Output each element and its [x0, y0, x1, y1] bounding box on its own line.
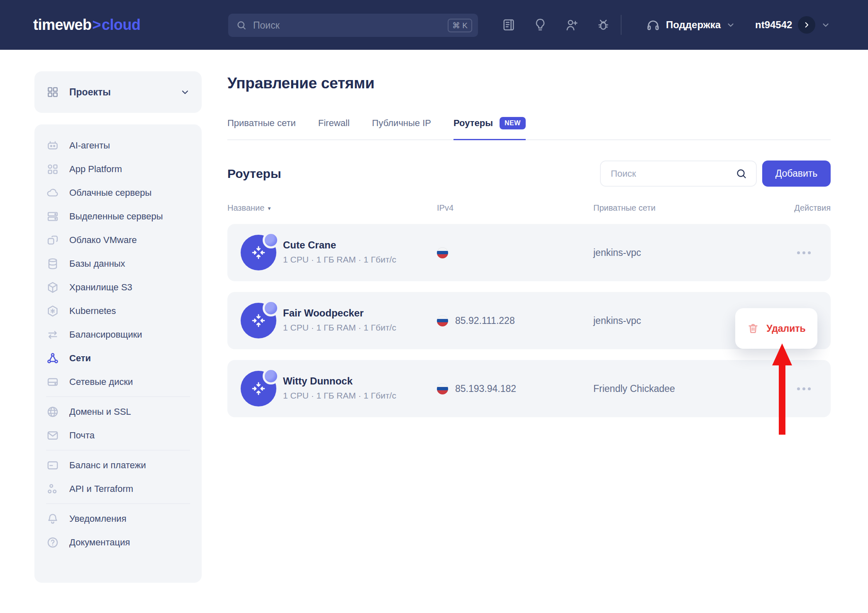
router-ip: 85.92.111.228	[455, 315, 515, 326]
tab-private-networks[interactable]: Приватные сети	[227, 107, 296, 139]
sidebar-item-ai-agents[interactable]: AI-агенты	[34, 134, 202, 157]
sidebar-item-label: AI-агенты	[69, 140, 110, 151]
support-menu[interactable]: Поддержка	[646, 0, 735, 50]
tab-label: Роутеры	[454, 118, 493, 129]
header-divider	[621, 15, 622, 35]
annotation-arrow	[767, 341, 797, 437]
page-title: Управление сетями	[227, 75, 374, 92]
avatar-status-bubble	[263, 232, 279, 248]
projects-selector[interactable]: Проекты	[34, 71, 202, 113]
sidebar-item-label: Документация	[69, 537, 130, 548]
account-menu[interactable]: nt94542	[755, 0, 830, 50]
sidebar-item-dedicated-servers[interactable]: Выделенные серверы	[34, 204, 202, 228]
router-ipv4-cell	[437, 224, 455, 281]
ideas-lightbulb-icon[interactable]	[533, 17, 548, 32]
logo[interactable]: timeweb>cloud	[33, 0, 141, 50]
credit-card-icon	[46, 459, 59, 472]
russia-flag-icon	[437, 315, 448, 326]
sidebar-item-label: Базы данных	[69, 258, 125, 269]
column-header-ipv4: IPv4	[437, 203, 454, 213]
sidebar-item-label: Хранилище S3	[69, 282, 132, 293]
sidebar-item-app-platform[interactable]: App Platform	[34, 157, 202, 181]
row-actions-menu-button[interactable]	[794, 224, 814, 281]
avatar-status-bubble	[263, 300, 279, 316]
router-private-network: Friendly Chickadee	[593, 360, 675, 417]
invite-user-icon[interactable]	[564, 17, 579, 32]
router-row-witty-dunnock[interactable]: Witty Dunnock 1 CPU · 1 ГБ RAM · 1 Гбит/…	[227, 360, 831, 417]
router-specs: 1 CPU · 1 ГБ RAM · 1 Гбит/с	[283, 323, 396, 333]
global-search-input[interactable]: Поиск ⌘ K	[228, 14, 478, 37]
router-ip: 85.193.94.182	[455, 383, 516, 394]
logo-separator: >	[93, 16, 101, 34]
router-row-cute-crane[interactable]: Cute Crane 1 CPU · 1 ГБ RAM · 1 Гбит/с j…	[227, 224, 831, 281]
networks-icon	[46, 352, 59, 365]
tab-routers[interactable]: Роутеры NEW	[454, 107, 526, 139]
avatar-status-bubble	[263, 368, 279, 384]
search-placeholder: Поиск	[253, 20, 280, 31]
tab-label: Приватные сети	[227, 118, 296, 129]
sidebar-item-label: Kubernetes	[69, 306, 116, 316]
ai-agents-icon	[46, 139, 59, 152]
sidebar-item-vmware[interactable]: Облако VMware	[34, 228, 202, 252]
sidebar-item-kubernetes[interactable]: Kubernetes	[34, 299, 202, 323]
section-title: Роутеры	[227, 167, 281, 181]
sidebar-item-cloud-servers[interactable]: Облачные серверы	[34, 181, 202, 204]
router-specs: 1 CPU · 1 ГБ RAM · 1 Гбит/с	[283, 391, 396, 401]
dedicated-servers-icon	[46, 210, 59, 223]
sidebar-item-load-balancers[interactable]: Балансировщики	[34, 323, 202, 346]
projects-label: Проекты	[69, 87, 111, 98]
tab-label: Firewall	[318, 118, 350, 129]
russia-flag-icon	[437, 383, 448, 394]
search-icon	[236, 19, 247, 31]
router-arrows-icon	[251, 381, 266, 397]
sidebar-item-s3-storage[interactable]: Хранилище S3	[34, 275, 202, 299]
sidebar-item-mail[interactable]: Почта	[34, 423, 202, 447]
cloud-icon	[46, 186, 59, 199]
account-switch-button[interactable]	[798, 16, 815, 34]
routers-search-input[interactable]: Поиск	[600, 161, 757, 187]
tab-firewall[interactable]: Firewall	[318, 107, 350, 139]
add-router-button[interactable]: Добавить	[762, 161, 831, 187]
router-name[interactable]: Cute Crane	[283, 239, 336, 251]
database-icon	[46, 257, 59, 270]
router-ipv4-cell: 85.92.111.228	[437, 292, 515, 349]
search-placeholder: Поиск	[611, 168, 636, 179]
router-private-network: jenkins-vpc	[593, 292, 641, 349]
bug-report-icon[interactable]	[596, 17, 611, 32]
sidebar-item-databases[interactable]: Базы данных	[34, 252, 202, 275]
headphones-icon	[646, 17, 661, 32]
news-icon[interactable]	[501, 17, 516, 32]
bell-icon	[46, 512, 59, 525]
router-avatar	[241, 235, 276, 270]
trash-icon	[747, 322, 759, 335]
sidebar-item-domains-ssl[interactable]: Домены и SSL	[34, 400, 202, 423]
table-header-row: Название ▾ IPv4 Приватные сети Действия	[227, 203, 831, 214]
column-header-private-networks: Приватные сети	[593, 203, 656, 213]
top-navigation-bar: timeweb>cloud Поиск ⌘ K Поддержка	[0, 0, 868, 50]
new-badge: NEW	[500, 117, 526, 129]
router-avatar	[241, 371, 276, 406]
chevron-down-icon	[180, 87, 190, 97]
russia-flag-icon	[437, 247, 448, 258]
sidebar-item-billing[interactable]: Баланс и платежи	[34, 453, 202, 477]
mail-icon	[46, 429, 59, 442]
sidebar-item-label: Баланс и платежи	[69, 460, 146, 471]
sidebar-item-label: App Platform	[69, 164, 122, 175]
sort-caret-icon: ▾	[268, 205, 271, 212]
tab-public-ip[interactable]: Публичные IP	[372, 107, 431, 139]
sidebar-item-label: Почта	[69, 430, 95, 441]
router-name[interactable]: Fair Woodpecker	[283, 307, 363, 319]
sidebar-item-label: Выделенные серверы	[69, 211, 163, 222]
router-name[interactable]: Witty Dunnock	[283, 375, 353, 387]
sidebar-item-api-terraform[interactable]: API и Terraform	[34, 477, 202, 501]
sidebar-item-notifications[interactable]: Уведомления	[34, 507, 202, 530]
sidebar-item-networks[interactable]: Сети	[34, 346, 202, 370]
sidebar-item-label: Сети	[69, 353, 91, 364]
sidebar-item-documentation[interactable]: Документация	[34, 530, 202, 554]
column-header-name[interactable]: Название ▾	[227, 203, 271, 213]
network-tabs: Приватные сети Firewall Публичные IP Роу…	[227, 107, 831, 140]
column-label: Название	[227, 203, 264, 213]
sidebar-item-network-disks[interactable]: Сетевые диски	[34, 370, 202, 394]
globe-icon	[46, 405, 59, 418]
logo-brand: timeweb	[33, 16, 92, 34]
